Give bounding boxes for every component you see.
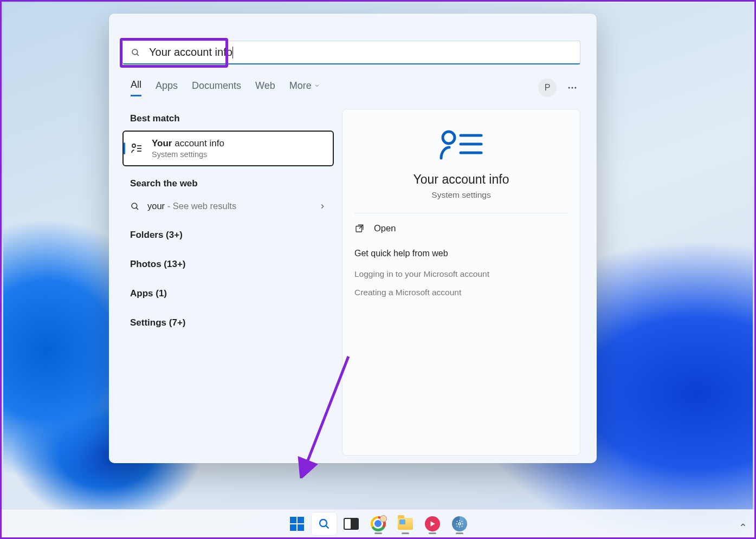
svg-point-3	[572, 87, 573, 89]
open-icon	[354, 224, 364, 233]
tab-more[interactable]: More	[289, 80, 320, 96]
svg-line-19	[326, 525, 328, 528]
gear-icon	[452, 516, 467, 531]
svg-point-0	[132, 49, 138, 55]
chevron-down-icon	[314, 82, 320, 89]
category-settings[interactable]: Settings (7+)	[122, 312, 334, 334]
taskbar-task-view-button[interactable]	[339, 512, 364, 535]
user-avatar[interactable]: P	[538, 79, 557, 97]
web-search-result[interactable]: your - See web results	[122, 196, 334, 217]
taskbar	[2, 509, 754, 537]
tab-web[interactable]: Web	[255, 80, 275, 96]
divider	[354, 213, 568, 213]
search-window: Your account info All Apps Documents Web…	[109, 14, 597, 463]
search-icon	[318, 517, 331, 530]
tab-apps[interactable]: Apps	[156, 80, 178, 96]
svg-point-2	[568, 87, 570, 89]
svg-point-18	[320, 519, 327, 527]
chrome-icon	[371, 516, 386, 531]
results-left-column: Best match Your account info System sett…	[122, 109, 334, 334]
svg-point-11	[443, 132, 455, 144]
svg-line-16	[359, 225, 363, 229]
svg-line-1	[137, 54, 139, 56]
taskbar-settings-button[interactable]	[447, 512, 472, 535]
search-filter-tabs: All Apps Documents Web More P	[131, 79, 580, 97]
svg-marker-20	[430, 521, 435, 526]
help-link-login[interactable]: Logging in to your Microsoft account	[354, 265, 489, 283]
result-preview-panel: Your account info System settings Open G…	[342, 109, 580, 456]
open-action[interactable]: Open	[354, 219, 396, 238]
taskbar-media-app-button[interactable]	[420, 512, 445, 535]
svg-point-4	[574, 87, 576, 89]
media-app-icon	[425, 516, 440, 531]
chevron-up-icon	[739, 521, 747, 529]
web-search-text: your - See web results	[147, 201, 311, 211]
search-input-text[interactable]: Your account info	[149, 46, 232, 59]
best-match-subtitle: System settings	[152, 150, 224, 159]
taskbar-chrome-button[interactable]	[366, 512, 391, 535]
best-match-heading: Best match	[122, 109, 334, 131]
windows-logo-icon	[290, 517, 304, 531]
text-cursor	[232, 47, 233, 59]
help-link-create[interactable]: Creating a Microsoft account	[354, 283, 461, 302]
search-icon	[130, 202, 140, 211]
account-info-large-icon	[437, 128, 486, 160]
svg-point-21	[458, 523, 461, 525]
best-match-result[interactable]: Your account info System settings	[122, 131, 334, 166]
tab-documents[interactable]: Documents	[192, 80, 241, 96]
best-match-title: Your account info	[152, 138, 224, 149]
tab-all[interactable]: All	[131, 79, 141, 96]
folder-icon	[398, 518, 413, 530]
chevron-right-icon	[319, 203, 326, 210]
svg-point-9	[132, 203, 137, 209]
more-options-button[interactable]	[564, 80, 580, 96]
search-web-heading: Search the web	[122, 174, 334, 196]
taskbar-start-button[interactable]	[285, 512, 309, 535]
account-info-icon	[129, 141, 144, 156]
search-icon	[131, 48, 140, 57]
category-apps[interactable]: Apps (1)	[122, 283, 334, 304]
category-photos[interactable]: Photos (13+)	[122, 254, 334, 275]
taskbar-search-button[interactable]	[312, 512, 337, 535]
category-folders[interactable]: Folders (3+)	[122, 224, 334, 246]
search-bar[interactable]: Your account info	[122, 41, 580, 64]
svg-point-5	[132, 144, 135, 147]
preview-subtitle: System settings	[431, 190, 490, 200]
ellipsis-icon	[567, 82, 578, 93]
taskbar-file-explorer-button[interactable]	[393, 512, 418, 535]
preview-title: Your account info	[413, 172, 509, 187]
task-view-icon	[344, 518, 359, 530]
taskbar-tray-chevron[interactable]	[739, 521, 747, 531]
quick-help-heading: Get quick help from web	[354, 249, 448, 258]
svg-line-10	[136, 207, 138, 210]
